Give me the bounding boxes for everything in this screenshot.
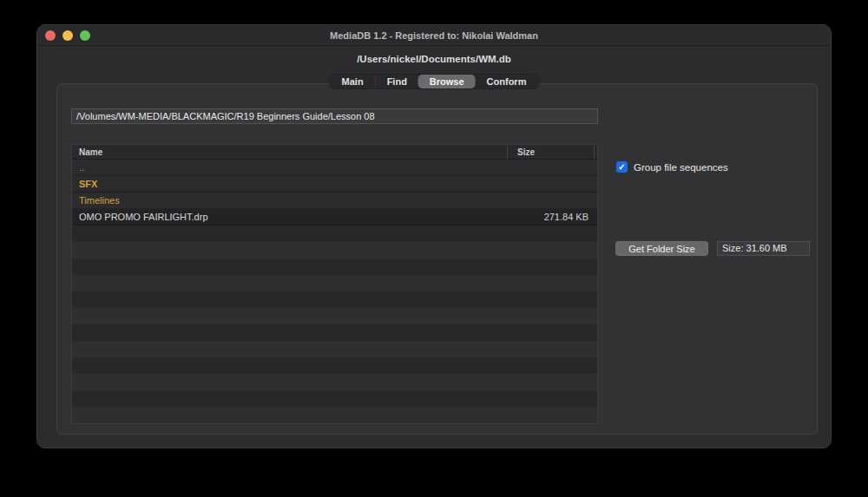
table-row[interactable]: .. (72, 160, 597, 176)
side-controls: ✓ Group file sequences Get Folder Size S… (616, 84, 816, 434)
file-name-cell: OMO PROMO FAIRLIGHT.drp (72, 209, 507, 225)
file-size-cell (507, 357, 597, 374)
table-row (72, 407, 597, 423)
tab-browse[interactable]: Browse (418, 75, 476, 88)
table-row (72, 242, 597, 258)
file-name-cell (72, 258, 507, 275)
table-row (72, 226, 597, 242)
zoom-button[interactable] (80, 30, 90, 41)
checkbox-check-icon: ✓ (616, 161, 628, 173)
table-row (72, 341, 597, 357)
file-name-cell (72, 357, 507, 374)
tab-conform[interactable]: Conform (476, 75, 538, 88)
file-name-cell (72, 242, 507, 258)
file-name-cell (72, 407, 507, 423)
group-file-sequences-checkbox[interactable]: ✓ Group file sequences (616, 161, 728, 173)
file-size-cell (507, 160, 597, 175)
file-name-cell: Timelines (72, 193, 507, 208)
file-name-cell (72, 324, 507, 341)
file-size-cell: 271.84 KB (507, 209, 597, 225)
file-name-cell (72, 291, 507, 308)
table-row (72, 258, 597, 275)
file-size-cell (507, 341, 597, 357)
traffic-lights (45, 30, 90, 41)
file-size-cell (507, 407, 597, 423)
file-size-cell (507, 258, 597, 275)
file-name-cell (72, 226, 507, 242)
file-size-cell (507, 226, 597, 242)
file-name-cell (72, 374, 507, 390)
table-row[interactable]: Timelines (72, 193, 597, 209)
file-name-cell: .. (72, 160, 507, 175)
table-row (72, 324, 597, 341)
table-header: Name Size (72, 145, 597, 160)
file-size-cell (507, 324, 597, 341)
table-row (72, 390, 597, 407)
table-row[interactable]: OMO PROMO FAIRLIGHT.drp271.84 KB (72, 209, 597, 226)
file-size-cell (507, 308, 597, 324)
file-size-cell (507, 242, 597, 258)
file-name-cell (72, 390, 507, 407)
tab-find[interactable]: Find (376, 75, 418, 88)
tab-main[interactable]: Main (331, 75, 376, 88)
file-size-cell (507, 193, 597, 208)
browse-panel: /Volumes/WM-MEDIA/BLACKMAGIC/R19 Beginne… (56, 83, 818, 435)
current-path-field[interactable]: /Volumes/WM-MEDIA/BLACKMAGIC/R19 Beginne… (71, 108, 598, 124)
database-path-label: /Users/nickel/Documents/WM.db (37, 54, 831, 64)
column-header-name[interactable]: Name (72, 145, 507, 159)
window-title: MediaDB 1.2 - Registered to: Nikolai Wal… (37, 25, 831, 46)
get-folder-size-button[interactable]: Get Folder Size (615, 241, 708, 256)
minimize-button[interactable] (62, 30, 73, 41)
file-name-cell (72, 341, 507, 357)
column-header-size[interactable]: Size (507, 145, 597, 159)
folder-size-field: Size: 31.60 MB (717, 241, 810, 256)
title-bar[interactable]: MediaDB 1.2 - Registered to: Nikolai Wal… (37, 25, 831, 46)
table-row (72, 357, 597, 374)
file-size-cell (507, 291, 597, 308)
table-row[interactable]: SFX (72, 176, 597, 193)
file-size-cell (507, 176, 597, 192)
file-table: Name Size ..SFXTimelinesOMO PROMO FAIRLI… (71, 144, 598, 424)
file-name-cell: SFX (72, 176, 507, 192)
file-name-cell (72, 275, 507, 291)
table-row (72, 308, 597, 324)
tab-bar: MainFindBrowseConform (330, 74, 539, 89)
close-button[interactable] (45, 30, 56, 41)
file-size-cell (507, 275, 597, 291)
mediadb-window: MediaDB 1.2 - Registered to: Nikolai Wal… (36, 24, 832, 448)
table-row (72, 374, 597, 390)
table-row (72, 275, 597, 291)
file-size-cell (507, 374, 597, 390)
file-size-cell (507, 390, 597, 407)
checkbox-label: Group file sequences (634, 162, 728, 173)
file-name-cell (72, 308, 507, 324)
table-body: ..SFXTimelinesOMO PROMO FAIRLIGHT.drp271… (72, 160, 597, 423)
table-row (72, 291, 597, 308)
